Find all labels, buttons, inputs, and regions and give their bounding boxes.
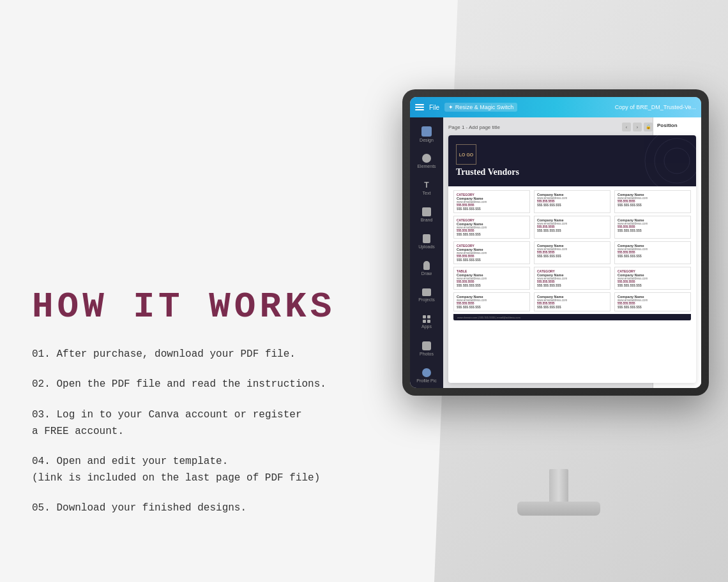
photos-label: Photos [420, 352, 434, 356]
step-5-number: 05. [32, 502, 50, 514]
chevron-right-icon[interactable]: › [633, 123, 642, 131]
resize-label: ✦ Resize & Magic Switch [448, 104, 513, 110]
step-1: 01. After purchase, download your PDF fi… [32, 347, 390, 363]
doc-row-1: CATEGORY Company Name www.emailaddress.c… [453, 190, 691, 213]
step-4: 04. Open and edit your template. (link i… [32, 454, 390, 486]
step-1-text: After purchase, download your PDF file. [56, 348, 295, 360]
step-3-number: 03. [32, 409, 50, 421]
doc-cell: Company Name www.emailaddress.com 555.55… [534, 292, 610, 311]
doc-cell: Company Name www.emailaddress.com 555.55… [534, 241, 610, 264]
doc-cell: TABLE Company Name www.emailaddress.com … [453, 267, 530, 290]
projects-icon [422, 288, 431, 296]
sidebar-tool-photos[interactable]: Photos [413, 336, 441, 361]
doc-cell: CATEGORY Company Name www.emailaddress.c… [614, 267, 691, 290]
doc-cell: CATEGORY Company Name www.emailaddress.c… [453, 216, 530, 239]
text-label: Text [423, 191, 431, 195]
text-icon: T [424, 181, 428, 190]
step-5-text: Download your finished designs. [56, 502, 246, 514]
document-preview: LO GO Trusted Vendors CATEGORY Company N… [448, 135, 696, 383]
sidebar-tool-apps[interactable]: Apps [413, 309, 441, 334]
sidebar-tool-projects[interactable]: Projects [413, 282, 441, 308]
apps-label: Apps [421, 324, 432, 329]
doc-row-3: CATEGORY Company Name www.emailaddress.c… [453, 241, 691, 264]
doc-header: LO GO Trusted Vendors [448, 135, 696, 186]
step-4-text-line2: (link is included on the last page of PD… [32, 472, 320, 484]
step-3-text: Log in to your Canva account or register [56, 409, 301, 421]
doc-row-2: CATEGORY Company Name www.emailaddress.c… [453, 216, 691, 239]
design-icon [421, 126, 432, 137]
section-title: HOW IT WORKS [32, 287, 390, 327]
doc-footer: www.domain.com | 555.555.5555 | email@ad… [453, 314, 691, 320]
resize-magic-switch[interactable]: ✦ Resize & Magic Switch [444, 103, 517, 112]
draw-icon [423, 261, 430, 270]
position-panel-label: Position [657, 123, 697, 128]
step-4-number: 04. [32, 456, 50, 467]
brand-icon [422, 207, 431, 216]
sidebar-tool-elements[interactable]: Elements [413, 148, 441, 174]
lock-icon[interactable]: 🔒 [644, 123, 653, 131]
doc-row-4: TABLE Company Name www.emailaddress.com … [453, 267, 691, 290]
draw-label: Draw [421, 271, 432, 276]
monitor-stand-neck [549, 469, 568, 504]
step-5: 05. Download your finished designs. [32, 500, 390, 517]
uploads-label: Uploads [418, 244, 435, 249]
step-3-text-line2: a FREE account. [32, 426, 124, 437]
sidebar-tool-brand[interactable]: Brand [413, 202, 441, 227]
monitor-body: File ✦ Resize & Magic Switch Copy of BRE… [402, 89, 709, 396]
page-label: Page 1 - Add page title [448, 124, 500, 130]
elements-label: Elements [417, 164, 436, 168]
doc-cell: Company Name www.emailaddress.com 555.55… [614, 216, 691, 239]
step-2-text: Open the PDF file and read the instructi… [56, 378, 326, 390]
sidebar-tool-design[interactable]: Design [413, 121, 441, 147]
step-2-number: 02. [32, 378, 50, 390]
canva-sidebar: Design Elements T Text Brand [410, 117, 443, 388]
sidebar-tool-text[interactable]: T Text [413, 175, 441, 200]
doc-main-title: Trusted Vendors [456, 167, 519, 177]
step-1-number: 01. [32, 348, 50, 360]
file-menu[interactable]: File [429, 104, 439, 111]
doc-cell: CATEGORY Company Name www.emailaddress.c… [453, 241, 530, 264]
doc-cell: CATEGORY Company Name www.emailaddress.c… [534, 267, 610, 290]
monitor-stand-base [517, 502, 600, 516]
step-3: 03. Log in to your Canva account or regi… [32, 407, 390, 440]
hamburger-icon[interactable] [415, 104, 424, 110]
doc-cell: Company Name www.emailaddress.com 555.55… [453, 292, 530, 311]
sidebar-tool-profile[interactable]: Profile Pic [413, 362, 441, 388]
sidebar-tool-draw[interactable]: Draw [413, 255, 441, 281]
doc-cell: Company Name www.emailaddress.com 555.55… [614, 190, 691, 213]
sidebar-tool-uploads[interactable]: Uploads [413, 228, 441, 254]
projects-label: Projects [418, 297, 434, 302]
svg-point-0 [645, 135, 696, 186]
doc-cell: Company Name www.emailaddress.com 555.55… [614, 292, 691, 311]
apps-icon [423, 315, 430, 323]
photos-icon [422, 341, 431, 350]
canva-toolbar: File ✦ Resize & Magic Switch Copy of BRE… [410, 97, 701, 117]
chevron-left-icon[interactable]: ‹ [622, 123, 631, 131]
decorative-circles [619, 135, 696, 186]
logo-text: LO GO [459, 153, 474, 157]
doc-cell: CATEGORY Company Name www.emailaddress.c… [453, 190, 530, 213]
monitor-screen: File ✦ Resize & Magic Switch Copy of BRE… [410, 97, 701, 388]
doc-body: CATEGORY Company Name www.emailaddress.c… [448, 186, 696, 324]
monitor-container: File ✦ Resize & Magic Switch Copy of BRE… [402, 89, 715, 472]
canvas-area: Position Page 1 - Add page title ‹ › 🔒 ⧉… [443, 117, 701, 388]
steps-list: 01. After purchase, download your PDF fi… [32, 347, 390, 531]
canva-main-layout: Design Elements T Text Brand [410, 117, 701, 388]
doc-row-5: Company Name www.emailaddress.com 555.55… [453, 292, 691, 311]
doc-logo: LO GO [456, 144, 476, 165]
brand-label: Brand [421, 218, 433, 222]
step-4-text: Open and edit your template. [56, 456, 228, 467]
document-title: Copy of BRE_DM_Trusted-Ve... [615, 104, 696, 110]
step-2: 02. Open the PDF file and read the instr… [32, 377, 390, 393]
design-label: Design [420, 138, 434, 142]
profile-pic-icon [422, 368, 431, 377]
doc-cell: Company Name www.emailaddress.com 555.55… [534, 190, 610, 213]
profile-pic-label: Profile Pic [416, 378, 437, 383]
elements-icon [422, 154, 431, 163]
doc-cell: Company Name www.emailaddress.com 555.55… [534, 216, 610, 239]
svg-point-2 [664, 148, 690, 174]
doc-cell: Company Name www.emailaddress.com 555.55… [614, 241, 691, 264]
left-content: HOW IT WORKS 01. After purchase, downloa… [0, 0, 421, 582]
uploads-icon [423, 234, 430, 243]
